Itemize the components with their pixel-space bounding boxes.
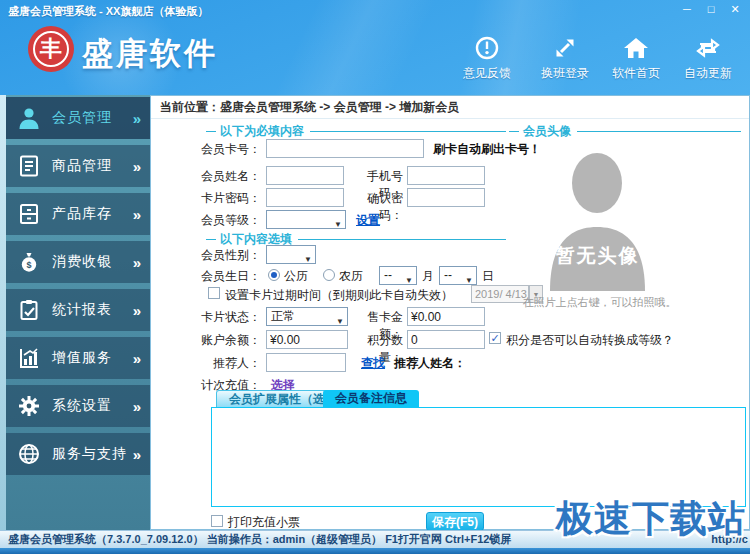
maximize-button[interactable]: □ [702, 2, 720, 17]
referrer-search-link[interactable]: 查找 [361, 355, 385, 372]
member-level-label: 会员等级： [151, 212, 261, 229]
watermark: 极速下载站 [556, 494, 746, 544]
chevron-right-icon: » [133, 254, 141, 271]
feedback-icon [452, 33, 522, 63]
print-receipt-label: 打印充值小票 [228, 514, 300, 531]
gender-label: 会员性别： [151, 247, 261, 264]
shift-login-label: 换班登录 [530, 65, 600, 82]
sidebar-item-label: 统计报表 [52, 301, 133, 319]
avatar-section-header: 会员头像 [509, 123, 741, 140]
main-panel: 当前位置：盛唐会员管理系统 -> 会员管理 -> 增加新会员 以下为必填内容 会… [150, 95, 750, 530]
balance-input[interactable] [266, 330, 348, 349]
operator-info: 当前操作员：admin（超级管理员） F1打开官网 Ctrl+F12锁屏 [207, 533, 512, 545]
chevron-right-icon: » [133, 350, 141, 367]
auto-update-icon [673, 33, 743, 63]
solar-radio[interactable] [268, 269, 280, 281]
app-version: 盛唐会员管理系统（7.3.7.0_7.09.12.0） [8, 533, 204, 545]
sidebar-item-member-management[interactable]: 会员管理 » [6, 97, 150, 139]
chevron-down-icon: ▼ [336, 313, 344, 330]
chevron-down-icon: ▼ [304, 251, 312, 268]
chart-icon [6, 346, 52, 370]
confirm-password-input[interactable] [407, 188, 485, 207]
required-section-header: 以下为必填内容 [206, 123, 506, 140]
chevron-right-icon: » [133, 398, 141, 415]
logo-glyph: 丰 [33, 31, 69, 67]
member-name-label: 会员姓名： [151, 168, 261, 185]
avatar-placeholder-text: 暂无头像 [544, 243, 651, 269]
sidebar-item-label: 会员管理 [52, 109, 133, 127]
window-title: 盛唐会员管理系统 - XX旗舰店（体验版） [8, 4, 208, 19]
sidebar-item-inventory[interactable]: 产品库存 » [6, 193, 150, 235]
solar-label: 公历 [284, 268, 308, 285]
lunar-radio[interactable] [323, 269, 335, 281]
sidebar-item-label: 增值服务 [52, 349, 133, 367]
print-receipt-checkbox[interactable] [211, 515, 223, 527]
chevron-right-icon: » [133, 446, 141, 463]
cabinet-icon [6, 202, 52, 226]
expire-checkbox[interactable] [208, 287, 220, 299]
gear-icon [6, 394, 52, 418]
sidebar-item-support[interactable]: 服务与支持 » [6, 433, 150, 475]
chevron-right-icon: » [133, 302, 141, 319]
birth-day-value: -- [444, 268, 452, 282]
minimize-button[interactable]: ─ [678, 2, 696, 17]
avatar-section-title: 会员头像 [523, 123, 571, 140]
card-status-label: 卡片状态： [151, 309, 261, 326]
card-no-label: 会员卡号： [151, 141, 261, 158]
sidebar-item-product-management[interactable]: 商品管理 » [6, 145, 150, 187]
sidebar-item-reports[interactable]: 统计报表 » [6, 289, 150, 331]
referrer-name-label: 推荐人姓名： [394, 355, 466, 372]
birth-month-select[interactable]: --▼ [379, 266, 417, 285]
svg-text:$: $ [26, 260, 31, 270]
sidebar-item-value-added[interactable]: 增值服务 » [6, 337, 150, 379]
optional-section-header: 以下内容选填 [206, 231, 506, 248]
shift-login-button[interactable]: 换班登录 [530, 33, 600, 82]
status-left: 盛唐会员管理系统（7.3.7.0_7.09.12.0） 当前操作员：admin（… [8, 531, 511, 548]
required-section-title: 以下为必填内容 [220, 123, 304, 140]
day-suffix: 日 [482, 268, 494, 285]
card-status-select[interactable]: 正常▼ [266, 307, 348, 326]
sale-amount-input[interactable] [407, 307, 485, 326]
level-settings-link[interactable]: 设置 [356, 212, 380, 229]
birth-day-select[interactable]: --▼ [439, 266, 477, 285]
close-button[interactable]: ✕ [726, 2, 744, 17]
points-convert-checkbox[interactable] [489, 332, 501, 344]
password-input[interactable] [266, 188, 344, 207]
points-input[interactable] [407, 330, 485, 349]
sidebar-item-label: 系统设置 [52, 397, 133, 415]
logo-text: 盛唐软件 [82, 33, 218, 75]
password-label: 卡片密码： [151, 190, 261, 207]
chevron-right-icon: » [133, 110, 141, 127]
tab-content-panel[interactable] [211, 407, 746, 507]
chevron-right-icon: » [133, 206, 141, 223]
document-icon [6, 154, 52, 178]
member-name-input[interactable] [266, 166, 344, 185]
app-window: 盛唐会员管理系统 - XX旗舰店（体验版） ─ □ ✕ 丰 盛唐软件 意见反馈 … [0, 0, 750, 554]
tab-member-notes[interactable]: 会员备注信息 [323, 390, 419, 407]
sidebar-item-label: 消费收银 [52, 253, 133, 271]
referrer-input[interactable] [266, 353, 346, 372]
app-logo: 丰 [28, 26, 74, 72]
save-button[interactable]: 保存(F5) [426, 512, 484, 531]
sidebar-item-label: 商品管理 [52, 157, 133, 175]
clipboard-icon [6, 298, 52, 322]
avatar-hint: 在照片上点右键，可以拍照哦。 [507, 295, 692, 310]
sidebar: 会员管理 » 商品管理 » 产品库存 » $ 消费收银 » [0, 95, 150, 530]
member-avatar[interactable]: 暂无头像 [544, 141, 651, 291]
phone-input[interactable] [407, 166, 485, 185]
shift-login-icon [530, 33, 600, 63]
feedback-button[interactable]: 意见反馈 [452, 33, 522, 82]
home-label: 软件首页 [601, 65, 671, 82]
card-no-note: 刷卡自动刷出卡号！ [433, 141, 541, 158]
home-icon [601, 33, 671, 63]
auto-update-button[interactable]: 自动更新 [673, 33, 743, 82]
member-level-select[interactable]: ▼ [266, 210, 346, 229]
home-button[interactable]: 软件首页 [601, 33, 671, 82]
sidebar-item-settings[interactable]: 系统设置 » [6, 385, 150, 427]
card-no-input[interactable] [266, 139, 424, 158]
expire-label: 设置卡片过期时间（到期则此卡自动失效） [225, 287, 453, 304]
gender-select[interactable]: ▼ [266, 245, 316, 264]
sidebar-item-cashier[interactable]: $ 消费收银 » [6, 241, 150, 283]
points-convert-label: 积分是否可以自动转换成等级？ [506, 332, 674, 349]
birthday-label: 会员生日： [151, 268, 261, 285]
